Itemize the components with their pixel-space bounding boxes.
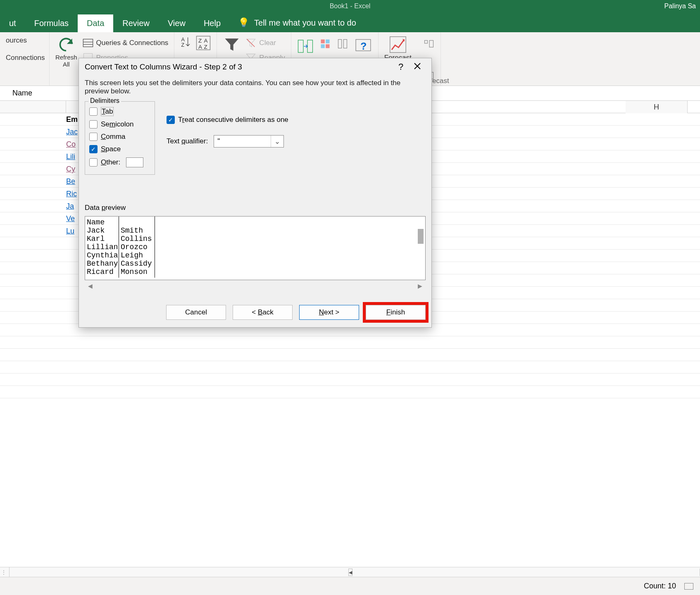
- cell-link[interactable]: Ja: [66, 200, 78, 212]
- dialog-help-button[interactable]: ?: [393, 62, 409, 72]
- svg-rect-23: [424, 40, 427, 43]
- svg-text:Z: Z: [204, 44, 207, 50]
- status-count: Count: 10: [644, 582, 676, 590]
- refresh-label: Refresh All: [55, 54, 77, 68]
- tab-help[interactable]: Help: [195, 14, 230, 32]
- dialog-title: Convert Text to Columns Wizard - Step 2 …: [85, 62, 242, 71]
- space-checkbox[interactable]: ✓: [89, 145, 98, 153]
- filter-icon[interactable]: [223, 36, 241, 54]
- other-checkbox-row[interactable]: Other:: [89, 155, 150, 169]
- ribbon-connections[interactable]: Connections: [6, 53, 43, 63]
- clear-icon: [245, 36, 257, 50]
- finish-button[interactable]: Finish: [366, 305, 426, 320]
- ribbon-tabs: ut Formulas Data Review View Help 💡 Tell…: [0, 12, 700, 32]
- comma-checkbox[interactable]: [89, 133, 98, 141]
- ribbon-sources[interactable]: ources: [6, 36, 43, 45]
- svg-text:?: ?: [360, 40, 367, 52]
- cell-link[interactable]: Lili: [66, 150, 78, 163]
- svg-line-11: [247, 39, 255, 47]
- normal-view-icon[interactable]: [684, 583, 693, 590]
- preview-scrollbar[interactable]: [418, 229, 424, 244]
- tell-me-label: Tell me what you want to do: [254, 18, 356, 28]
- cell-header[interactable]: Em: [66, 113, 78, 126]
- other-label: Other:: [101, 158, 120, 167]
- app-title: Book1 - Excel: [330, 2, 371, 10]
- data-cells: Em Jac Co Lili Cy Be Ric Ja Ve Lu: [66, 113, 78, 237]
- other-checkbox[interactable]: [89, 158, 98, 167]
- tab-checkbox[interactable]: [89, 107, 98, 116]
- user-name: Palinya Sa: [664, 2, 696, 10]
- tab-review[interactable]: Review: [113, 14, 159, 32]
- svg-rect-18: [338, 40, 341, 48]
- tab-view[interactable]: View: [159, 14, 195, 32]
- remove-duplicates-icon[interactable]: [337, 37, 348, 50]
- treat-consecutive-label: Treat consecutive delimiters as one: [178, 116, 288, 124]
- data-preview-box: Name Jack Karl Lillian Cynthia Bethany R…: [85, 216, 426, 280]
- other-delimiter-input[interactable]: [126, 157, 143, 167]
- semicolon-label: Semicolon: [101, 120, 133, 129]
- status-bar: Count: 10: [0, 577, 700, 595]
- cancel-button[interactable]: Cancel: [166, 305, 226, 320]
- treat-consecutive-checkbox[interactable]: ✓: [167, 116, 175, 124]
- whatif-icon[interactable]: ?: [354, 37, 372, 55]
- semicolon-checkbox[interactable]: [89, 120, 98, 129]
- comma-label: Comma: [101, 133, 126, 141]
- cell-link[interactable]: Be: [66, 175, 78, 188]
- tab-data[interactable]: Data: [78, 14, 113, 32]
- queries-label: Queries & Connections: [96, 39, 169, 47]
- dialog-titlebar: Convert Text to Columns Wizard - Step 2 …: [79, 58, 431, 76]
- scroll-left-arrow[interactable]: ◀: [348, 569, 352, 576]
- flash-fill-icon[interactable]: [319, 37, 331, 50]
- table-icon: [82, 36, 94, 50]
- close-icon: [414, 62, 421, 70]
- cell-link[interactable]: Ve: [66, 212, 78, 225]
- svg-rect-17: [326, 44, 329, 48]
- refresh-all-button[interactable]: Refresh All: [55, 36, 77, 68]
- text-qualifier-select[interactable]: " ⌄: [214, 135, 284, 148]
- forecast-icon: [389, 36, 407, 54]
- svg-rect-14: [321, 40, 324, 43]
- cell-link[interactable]: Ric: [66, 188, 78, 200]
- svg-rect-12: [298, 40, 303, 52]
- refresh-icon: [57, 36, 75, 54]
- data-preview-label: Data preview: [85, 204, 426, 212]
- delimiters-label: Delimiters: [88, 97, 121, 105]
- sort-za-icon[interactable]: ZAAZ: [196, 36, 211, 50]
- dialog-description: This screen lets you set the delimiters …: [85, 79, 426, 95]
- svg-text:A: A: [181, 37, 185, 43]
- cell-link[interactable]: Co: [66, 138, 78, 150]
- comma-checkbox-row[interactable]: Comma: [89, 131, 150, 143]
- svg-rect-15: [326, 40, 329, 43]
- preview-col-2: Smith Collins Orozco Leigh Cassidy Monso…: [119, 217, 155, 278]
- dialog-close-button[interactable]: [409, 62, 426, 72]
- semicolon-checkbox-row[interactable]: Semicolon: [89, 118, 150, 131]
- space-checkbox-row[interactable]: ✓ Space: [89, 143, 150, 155]
- preview-scroll-left[interactable]: ◀: [88, 283, 93, 289]
- horizontal-scrollbar[interactable]: ⋮ ◀: [0, 567, 700, 577]
- space-label: Space: [101, 145, 121, 153]
- col-header-blank[interactable]: [0, 101, 66, 113]
- cell-link[interactable]: Lu: [66, 225, 78, 237]
- svg-text:Z: Z: [181, 42, 185, 48]
- svg-rect-13: [307, 40, 313, 52]
- tab-partial[interactable]: ut: [0, 14, 25, 32]
- tell-me-search[interactable]: 💡 Tell me what you want to do: [230, 17, 364, 32]
- svg-rect-22: [390, 37, 406, 53]
- sort-az-icon[interactable]: AZ: [180, 36, 192, 49]
- back-button[interactable]: < Back: [233, 305, 293, 320]
- treat-consecutive-row[interactable]: ✓ Treat consecutive delimiters as one: [167, 114, 426, 126]
- svg-rect-0: [83, 39, 93, 47]
- preview-scroll-right[interactable]: ▶: [418, 283, 422, 289]
- col-header-h[interactable]: H: [626, 101, 688, 113]
- cell-link[interactable]: Cy: [66, 163, 78, 175]
- tab-formulas[interactable]: Formulas: [25, 14, 78, 32]
- queries-connections-button[interactable]: Queries & Connections: [82, 36, 169, 50]
- text-qualifier-label: Text qualifier:: [167, 137, 208, 145]
- group-icon[interactable]: [423, 37, 435, 50]
- lightbulb-icon: 💡: [238, 17, 249, 28]
- svg-text:A: A: [198, 44, 202, 50]
- next-button[interactable]: Next >: [299, 305, 359, 320]
- cell-link[interactable]: Jac: [66, 126, 78, 138]
- tab-checkbox-row[interactable]: Tab: [89, 105, 150, 118]
- text-to-columns-icon[interactable]: [297, 37, 314, 55]
